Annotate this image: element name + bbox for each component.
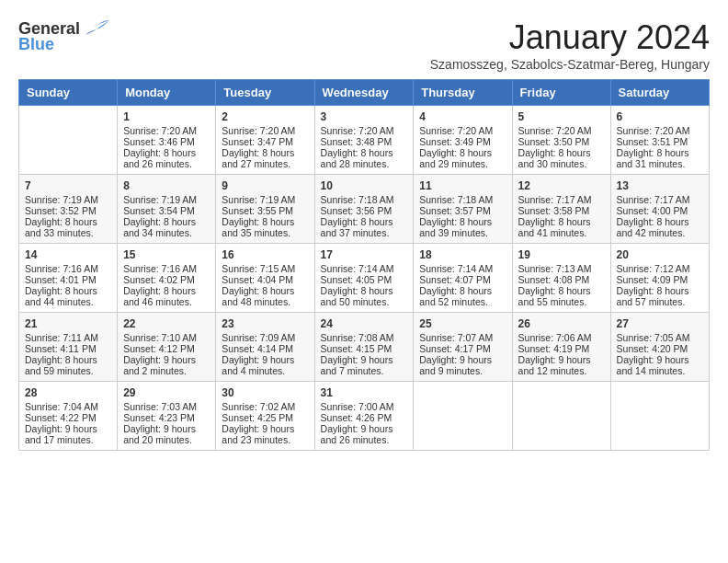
day-info: Sunset: 4:23 PM [123, 412, 210, 423]
day-info: Sunset: 4:08 PM [518, 274, 605, 285]
day-info: Sunrise: 7:20 AM [419, 125, 506, 136]
calendar-cell: 28Sunrise: 7:04 AMSunset: 4:22 PMDayligh… [19, 382, 118, 451]
calendar-cell: 31Sunrise: 7:00 AMSunset: 4:26 PMDayligh… [314, 382, 414, 451]
day-info: Sunset: 4:19 PM [518, 343, 605, 354]
day-info: Daylight: 8 hours [321, 285, 408, 296]
day-info: Daylight: 9 hours [419, 354, 506, 365]
day-info: Daylight: 8 hours [123, 285, 210, 296]
day-info: Sunset: 3:58 PM [518, 205, 605, 216]
day-number: 22 [123, 317, 210, 330]
day-info: Daylight: 8 hours [222, 285, 308, 296]
weekday-header-tuesday: Tuesday [216, 80, 314, 106]
calendar-cell: 26Sunrise: 7:06 AMSunset: 4:19 PMDayligh… [512, 313, 610, 382]
day-info: Sunrise: 7:14 AM [419, 263, 506, 274]
day-number: 6 [617, 110, 703, 123]
calendar-cell: 22Sunrise: 7:10 AMSunset: 4:12 PMDayligh… [118, 313, 216, 382]
day-info: and 29 minutes. [419, 158, 506, 169]
day-info: and 50 minutes. [321, 296, 408, 307]
week-row-3: 14Sunrise: 7:16 AMSunset: 4:01 PMDayligh… [19, 244, 710, 313]
day-info: Sunset: 4:15 PM [321, 343, 408, 354]
day-number: 17 [321, 248, 408, 261]
day-info: Sunset: 3:56 PM [321, 205, 408, 216]
day-info: Sunset: 4:26 PM [321, 412, 408, 423]
day-info: Sunrise: 7:17 AM [518, 194, 605, 205]
day-info: and 48 minutes. [222, 296, 308, 307]
day-info: Sunrise: 7:02 AM [222, 401, 308, 412]
day-number: 14 [25, 248, 111, 261]
day-info: Daylight: 8 hours [25, 354, 111, 365]
day-number: 31 [321, 386, 408, 399]
day-number: 11 [419, 179, 506, 192]
calendar-cell: 20Sunrise: 7:12 AMSunset: 4:09 PMDayligh… [610, 244, 709, 313]
day-info: Daylight: 8 hours [518, 216, 605, 227]
day-info: Sunrise: 7:20 AM [123, 125, 210, 136]
day-number: 3 [321, 110, 408, 123]
day-info: Sunset: 4:02 PM [123, 274, 210, 285]
day-info: Sunset: 3:57 PM [419, 205, 506, 216]
day-info: and 34 minutes. [123, 227, 210, 238]
calendar-cell: 9Sunrise: 7:19 AMSunset: 3:55 PMDaylight… [216, 175, 314, 244]
day-number: 2 [222, 110, 308, 123]
logo-bird-icon [84, 18, 111, 39]
week-row-4: 21Sunrise: 7:11 AMSunset: 4:11 PMDayligh… [19, 313, 710, 382]
day-info: Daylight: 8 hours [321, 216, 408, 227]
calendar-cell [19, 106, 118, 175]
day-info: Sunrise: 7:10 AM [123, 332, 210, 343]
day-number: 9 [222, 179, 308, 192]
day-info: Daylight: 8 hours [222, 216, 308, 227]
day-info: Sunset: 3:55 PM [222, 205, 308, 216]
day-info: and 33 minutes. [25, 227, 111, 238]
day-info: and 20 minutes. [123, 434, 210, 445]
day-info: Sunset: 4:09 PM [617, 274, 703, 285]
day-info: and 31 minutes. [617, 158, 703, 169]
day-info: Sunset: 4:17 PM [419, 343, 506, 354]
day-info: Sunset: 4:01 PM [25, 274, 111, 285]
day-info: Daylight: 8 hours [419, 285, 506, 296]
day-info: and 17 minutes. [25, 434, 111, 445]
day-info: Sunrise: 7:16 AM [123, 263, 210, 274]
day-info: Sunset: 4:11 PM [25, 343, 111, 354]
weekday-header-saturday: Saturday [610, 80, 709, 106]
weekday-header-friday: Friday [512, 80, 610, 106]
title-section: January 2024 Szamosszeg, Szabolcs-Szatma… [430, 18, 710, 72]
day-info: Sunrise: 7:07 AM [419, 332, 506, 343]
weekday-header-wednesday: Wednesday [314, 80, 414, 106]
day-number: 23 [222, 317, 308, 330]
day-info: Sunrise: 7:19 AM [123, 194, 210, 205]
day-info: Sunset: 4:05 PM [321, 274, 408, 285]
calendar-cell [512, 382, 610, 451]
day-info: Sunset: 4:20 PM [617, 343, 703, 354]
day-number: 30 [222, 386, 308, 399]
day-number: 15 [123, 248, 210, 261]
calendar-cell: 14Sunrise: 7:16 AMSunset: 4:01 PMDayligh… [19, 244, 118, 313]
day-number: 10 [321, 179, 408, 192]
day-number: 20 [617, 248, 703, 261]
day-info: Sunset: 4:22 PM [25, 412, 111, 423]
day-info: Sunrise: 7:18 AM [321, 194, 408, 205]
week-row-5: 28Sunrise: 7:04 AMSunset: 4:22 PMDayligh… [19, 382, 710, 451]
day-info: Sunrise: 7:20 AM [518, 125, 605, 136]
day-info: Sunrise: 7:14 AM [321, 263, 408, 274]
day-info: Daylight: 8 hours [419, 147, 506, 158]
day-number: 1 [123, 110, 210, 123]
day-number: 8 [123, 179, 210, 192]
day-info: Daylight: 9 hours [321, 423, 408, 434]
location-title: Szamosszeg, Szabolcs-Szatmar-Bereg, Hung… [430, 57, 710, 72]
day-info: Sunrise: 7:05 AM [617, 332, 703, 343]
day-info: Daylight: 9 hours [123, 354, 210, 365]
day-number: 16 [222, 248, 308, 261]
calendar-cell: 2Sunrise: 7:20 AMSunset: 3:47 PMDaylight… [216, 106, 314, 175]
calendar-cell: 24Sunrise: 7:08 AMSunset: 4:15 PMDayligh… [314, 313, 414, 382]
logo-blue: Blue [18, 35, 54, 54]
day-info: Sunset: 4:00 PM [617, 205, 703, 216]
calendar-cell: 19Sunrise: 7:13 AMSunset: 4:08 PMDayligh… [512, 244, 610, 313]
day-info: Sunset: 4:12 PM [123, 343, 210, 354]
calendar-cell: 30Sunrise: 7:02 AMSunset: 4:25 PMDayligh… [216, 382, 314, 451]
day-info: and 55 minutes. [518, 296, 605, 307]
day-info: Daylight: 9 hours [123, 423, 210, 434]
day-info: and 28 minutes. [321, 158, 408, 169]
day-info: Sunset: 3:54 PM [123, 205, 210, 216]
day-info: Sunrise: 7:08 AM [321, 332, 408, 343]
day-info: Daylight: 8 hours [518, 147, 605, 158]
day-info: Sunrise: 7:20 AM [222, 125, 308, 136]
